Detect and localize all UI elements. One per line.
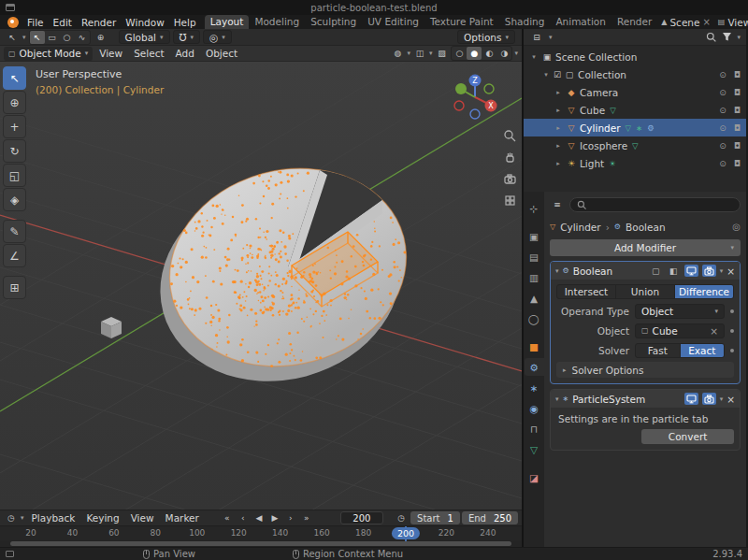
select-mode-button[interactable]: ↖ xyxy=(30,31,45,44)
operand-type-dropdown[interactable]: Object ▾ xyxy=(635,304,725,319)
tool-add-cube[interactable]: ⊞ xyxy=(3,276,26,299)
timeline-editor-icon[interactable]: ◷ xyxy=(4,511,19,524)
render-camera-icon[interactable]: ◘ xyxy=(734,123,741,133)
view-layer-picker[interactable]: ▤ View Layer × xyxy=(714,17,748,28)
tab-world[interactable]: ◯ xyxy=(525,309,544,327)
disclosure-icon[interactable]: ▾ xyxy=(541,71,551,79)
outliner-row-camera[interactable]: ▸◆Camera⊙◘ xyxy=(524,83,746,101)
render-camera-icon[interactable]: ◘ xyxy=(734,141,741,151)
tab-object-data[interactable]: ▽ xyxy=(525,440,544,458)
outliner-row-light[interactable]: ▸☀Light☀⊙◘ xyxy=(524,154,746,172)
filter-funnel-icon[interactable] xyxy=(722,32,732,42)
viewport-menu-item[interactable]: Add xyxy=(170,48,200,59)
modifier-name-field[interactable]: Boolean xyxy=(573,266,613,277)
timeline-ruler[interactable]: 24022020018016014012010080604020 200 xyxy=(0,525,522,540)
on-cage-toggle-icon[interactable]: ◧ xyxy=(667,265,681,277)
menubar-menu-item[interactable]: Render xyxy=(77,17,121,28)
visibility-eye-icon[interactable]: ⊙ xyxy=(719,106,726,115)
tab-object[interactable]: ■ xyxy=(525,337,544,355)
tool-rotate[interactable]: ↻ xyxy=(3,139,26,163)
modifier-close-icon[interactable]: × xyxy=(726,266,735,277)
menubar-menu-item[interactable]: File xyxy=(22,17,49,28)
render-display-toggle[interactable] xyxy=(702,393,716,405)
scrollbar-handle[interactable] xyxy=(10,541,511,546)
animate-decorator[interactable] xyxy=(730,349,734,352)
solver-option[interactable]: Exact xyxy=(681,344,725,357)
boolean-operation-option[interactable]: Union xyxy=(616,285,675,298)
breadcrumb-modifier[interactable]: Boolean xyxy=(626,222,666,233)
gizmo-toggle-icon[interactable]: ◍ xyxy=(390,47,405,60)
snap-dropdown[interactable]: Ω ▾ xyxy=(173,30,201,44)
animate-decorator[interactable] xyxy=(730,309,734,313)
add-modifier-button[interactable]: Add Modifier ▾ xyxy=(550,239,741,256)
disclosure-icon[interactable]: ▸ xyxy=(554,160,563,167)
modifier-extras-icon[interactable]: ▾ xyxy=(720,395,724,403)
proportional-edit-dropdown[interactable]: ◎ ▾ xyxy=(203,30,232,44)
expand-icon[interactable]: ▾ xyxy=(555,395,559,403)
tab-constraints[interactable]: ⊓ xyxy=(525,420,544,438)
transport-jump-end[interactable]: » xyxy=(299,511,314,524)
outliner-row-collection[interactable]: ▾☑▢Collection⊙◘ xyxy=(524,65,746,83)
transport-play[interactable]: ▶ xyxy=(267,511,282,524)
viewport-canvas[interactable] xyxy=(0,62,522,510)
outliner-item-label[interactable]: Camera xyxy=(580,87,618,98)
outliner-item-label[interactable]: Cube xyxy=(580,105,605,116)
scene-unlink-icon[interactable]: × xyxy=(702,17,710,27)
outliner-row-cube[interactable]: ▸▽Cube▽⊙◘ xyxy=(524,101,746,119)
timeline-menu-item[interactable]: View xyxy=(125,512,160,524)
workspace-tab[interactable]: Render xyxy=(611,15,657,29)
modifier-name-field[interactable]: ParticleSystem xyxy=(572,394,645,405)
outliner-row-icosphere[interactable]: ▸▽Icosphere▽⊙◘ xyxy=(524,136,746,154)
workspace-tab[interactable]: Texture Paint xyxy=(424,15,499,29)
breadcrumb-object[interactable]: Cylinder xyxy=(560,222,600,233)
options-dropdown[interactable]: Options ▾ xyxy=(457,30,515,44)
expand-icon[interactable]: ▾ xyxy=(555,267,559,275)
boolean-operation-option[interactable]: Intersect xyxy=(557,285,616,298)
render-camera-icon[interactable]: ◘ xyxy=(734,159,741,168)
render-display-toggle[interactable] xyxy=(702,265,716,277)
tab-particles[interactable]: ∗ xyxy=(525,379,544,396)
pan-hand-icon[interactable] xyxy=(503,151,517,165)
workspace-tab[interactable]: Sculpting xyxy=(305,15,362,29)
outliner-row-cylinder[interactable]: ▸▽Cylinder▽∗⚙⊙◘ xyxy=(524,119,746,136)
current-frame-field[interactable]: 200 xyxy=(340,511,383,524)
disclosure-icon[interactable]: ▸ xyxy=(554,124,563,132)
tab-physics[interactable]: ◉ xyxy=(525,399,544,417)
object-field[interactable]: ▢ Cube × xyxy=(635,323,725,338)
timeline-scrollbar[interactable] xyxy=(0,540,522,547)
transport-play-reverse[interactable]: ◀ xyxy=(252,511,266,524)
pin-icon[interactable]: ◎ xyxy=(732,222,741,232)
visibility-eye-icon[interactable]: ⊙ xyxy=(719,123,726,133)
animate-decorator[interactable] xyxy=(730,329,734,333)
tab-modifiers[interactable]: ⚙ xyxy=(525,358,544,376)
workspace-tab[interactable]: UV Editing xyxy=(362,15,424,29)
menubar-menu-item[interactable]: Window xyxy=(121,17,168,28)
tool-scale[interactable]: ◱ xyxy=(3,164,26,187)
active-tool-icon[interactable]: ↖ xyxy=(5,31,20,44)
xray-toggle-icon[interactable]: ▨ xyxy=(434,47,449,60)
tab-tool[interactable]: ⊹ xyxy=(525,199,544,217)
viewport-menu-item[interactable]: Object xyxy=(200,48,243,59)
timeline-menu-item[interactable]: Keying xyxy=(80,512,124,524)
properties-editor-icon[interactable]: ≡ xyxy=(550,198,565,211)
visibility-eye-icon[interactable]: ⊙ xyxy=(719,141,726,151)
frame-end-field[interactable]: End 250 xyxy=(462,511,518,524)
select-mode-button[interactable]: ▭ xyxy=(45,31,60,44)
viewport-display-toggle[interactable] xyxy=(684,393,698,405)
render-camera-icon[interactable]: ◘ xyxy=(734,70,741,79)
outliner-item-label[interactable]: Icosphere xyxy=(580,140,627,151)
disclosure-icon[interactable]: ▾ xyxy=(529,53,539,61)
edit-mode-toggle-icon[interactable]: ▢ xyxy=(649,265,663,277)
tool-measure[interactable]: ∠ xyxy=(3,244,26,267)
convert-button[interactable]: Convert xyxy=(641,429,734,444)
outliner-editor-icon[interactable]: ⊟ xyxy=(529,31,544,44)
disclosure-icon[interactable]: ▸ xyxy=(554,89,563,96)
blender-logo-icon[interactable] xyxy=(7,17,19,28)
playhead-frame-badge[interactable]: 200 xyxy=(392,527,420,539)
clear-object-icon[interactable]: × xyxy=(710,325,718,337)
tool-transform[interactable]: ◈ xyxy=(3,188,26,211)
modifier-extras-icon[interactable]: ▾ xyxy=(720,267,724,275)
scene-picker[interactable]: ▲ Scene × xyxy=(657,17,714,28)
viewport-menu-item[interactable]: View xyxy=(94,48,128,59)
visibility-eye-icon[interactable]: ⊙ xyxy=(719,88,726,97)
